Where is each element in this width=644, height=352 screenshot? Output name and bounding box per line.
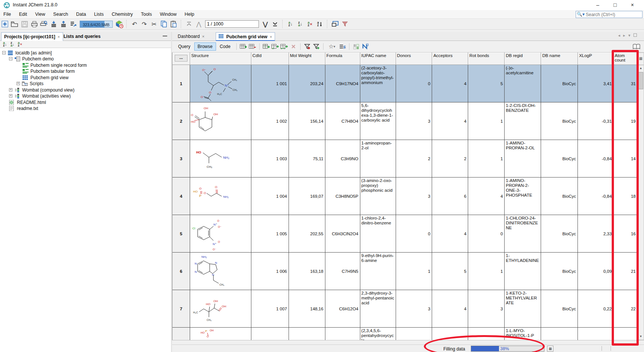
add-row-icon[interactable] xyxy=(239,43,248,50)
column-header-donors[interactable]: Donors xyxy=(396,53,432,65)
tree-item-pubchem-grid-view[interactable]: Pubchem grid view xyxy=(23,74,68,81)
remove-field-icon[interactable] xyxy=(289,43,298,50)
table-row[interactable]: 3 HO NH₂ CH₃ 1 003 75,11 C3H9NO 1-aminop… xyxy=(172,140,638,178)
cell-db-regid[interactable]: 1-L-MYO-INOSITOL-1-P xyxy=(505,328,541,340)
copy-icon[interactable] xyxy=(159,20,169,29)
sort-custom-icon[interactable]: az xyxy=(315,20,325,29)
cell-mol-weight[interactable]: 156,14 xyxy=(289,102,325,140)
cell-formula[interactable]: C6H12O4 xyxy=(325,290,360,328)
cell-mol-weight[interactable]: 163,18 xyxy=(289,253,325,290)
cell-atom-count[interactable]: 16 xyxy=(614,215,638,253)
menu-lists[interactable]: Lists xyxy=(91,10,107,17)
cut-icon[interactable]: ✂ xyxy=(149,20,159,29)
add-calculated-field-icon[interactable]: ct xyxy=(271,43,280,50)
cell-xlogp[interactable]: 3,41 xyxy=(578,65,614,102)
tab-dashboard[interactable]: Dashboard× xyxy=(175,32,207,41)
cell-atom-count[interactable]: 22 xyxy=(614,290,638,328)
cell-acceptors[interactable] xyxy=(432,328,468,340)
scroll-down-icon[interactable]: ▼ xyxy=(638,334,644,340)
cell-xlogp[interactable]: -0,84 xyxy=(578,178,614,215)
collapse-icon[interactable]: − xyxy=(2,51,6,54)
tree-item-wombat-activities-view[interactable]: + Wombat (activities view) xyxy=(9,93,71,99)
row-number[interactable]: 5 xyxy=(172,215,190,253)
cell-acceptors[interactable]: 5 xyxy=(432,253,468,290)
cell-rot-bonds[interactable]: 0 xyxy=(468,215,505,253)
cell-xlogp[interactable]: -0,84 xyxy=(578,140,614,178)
cell-donors[interactable] xyxy=(396,328,432,340)
cell-db-name[interactable]: BioCyc xyxy=(541,178,578,215)
cell-xlogp[interactable]: 0,09 xyxy=(578,253,614,290)
cell-rot-bonds[interactable]: 3 xyxy=(468,290,505,328)
cell-iupac[interactable]: (3-amino-2-oxo-propoxy) phosphonic acid xyxy=(360,178,396,215)
maximize-button[interactable]: □ xyxy=(606,0,624,10)
menu-file[interactable]: File xyxy=(0,10,14,17)
cell-formula[interactable]: C7H8O4 xyxy=(325,102,360,140)
cell-formula[interactable] xyxy=(325,328,360,340)
cell-rot-bonds[interactable]: 1 xyxy=(468,102,505,140)
menu-chemistry[interactable]: Chemistry xyxy=(108,10,136,17)
tree-item-scripts[interactable]: + ↻ Scripts xyxy=(17,80,44,87)
nav-right-icon[interactable]: ▸ xyxy=(623,33,626,38)
cell-db-name[interactable]: BioCyc xyxy=(541,253,578,290)
cell-mol-weight[interactable] xyxy=(289,328,325,340)
cell-cdid[interactable]: 1 006 xyxy=(251,253,289,290)
cell-donors[interactable]: 3 xyxy=(396,178,432,215)
tab-pubchem-grid-view[interactable]: Pubchem grid view× xyxy=(216,32,275,41)
cell-donors[interactable]: 3 xyxy=(396,102,432,140)
structure-depiction[interactable]: O⁻O N⁺ CH₃CH₃H₃C O O xyxy=(190,65,251,102)
column-header-db-regid[interactable]: DB regid xyxy=(505,53,541,65)
export-icon[interactable] xyxy=(59,20,68,29)
cell-formula[interactable]: C7H9N5 xyxy=(325,253,360,290)
sort-clear-icon[interactable]: az× xyxy=(16,40,24,49)
print-icon[interactable] xyxy=(29,20,39,29)
cell-mol-weight[interactable]: 169,07 xyxy=(289,178,325,215)
code-button[interactable]: Code xyxy=(217,43,234,50)
table-row[interactable]: 1 O⁻O N⁺ CH₃CH₃H₃C O O 1 001 203,24 C9H1… xyxy=(172,65,638,102)
cell-iupac[interactable]: 1-chloro-2,4-dinitro-benzene xyxy=(360,215,396,253)
scroll-up-icon[interactable]: ▲ xyxy=(638,65,644,71)
cell-rot-bonds[interactable]: 1 xyxy=(468,253,505,290)
cell-db-regid[interactable]: 1-CHLORO-24-DINITROBENZENE xyxy=(505,215,541,253)
table-row[interactable]: POH HOO (2,3,4,5,6-pentahydroxycyclo 1-L… xyxy=(172,328,638,340)
row-number[interactable]: 6 xyxy=(172,253,190,290)
browse-button[interactable]: Browse xyxy=(194,42,216,51)
row-number[interactable] xyxy=(172,328,190,340)
cell-donors[interactable]: 2 xyxy=(396,140,432,178)
cell-mol-weight[interactable]: 148,16 xyxy=(289,290,325,328)
nav-down-icon[interactable]: ▾ xyxy=(628,33,630,38)
close-icon[interactable]: × xyxy=(57,35,60,39)
cell-db-regid[interactable]: 1-KETO-2-METHYLVALERATE xyxy=(505,290,541,328)
cell-formula[interactable]: C9H17NO4 xyxy=(325,65,360,102)
sort-ascending-icon[interactable]: az↓ xyxy=(286,20,295,29)
cell-formula[interactable]: C3H9NO xyxy=(325,140,360,178)
cell-cdid[interactable]: 1 002 xyxy=(251,102,289,140)
close-button[interactable]: × xyxy=(624,0,641,10)
collapse-icon[interactable]: − xyxy=(9,57,12,60)
add-ab-field-icon[interactable]: a+b xyxy=(280,43,289,50)
menu-data[interactable]: Data xyxy=(73,10,89,17)
cell-acceptors[interactable]: 4 xyxy=(432,102,468,140)
cell-formula[interactable]: C3H8NO5P xyxy=(325,178,360,215)
cell-donors[interactable]: 0 xyxy=(396,65,432,102)
first-record-icon[interactable] xyxy=(184,20,194,29)
menu-help[interactable]: Help xyxy=(181,10,198,17)
redo-icon[interactable]: ↷ xyxy=(139,20,149,29)
vertical-scrollbar[interactable]: ▲ ▼ xyxy=(638,65,644,340)
cell-iupac[interactable]: 9-ethyl-9H-purin-6-amine xyxy=(360,253,396,290)
menu-tools[interactable]: Tools xyxy=(138,10,155,17)
delete-row-icon[interactable] xyxy=(248,43,257,50)
cell-formula[interactable]: C6H3ClN2O4 xyxy=(325,215,360,253)
tab-lists-and-queries[interactable]: Lists and queries xyxy=(61,32,103,41)
cell-rot-bonds[interactable]: 4 xyxy=(468,178,505,215)
column-header-atom-count[interactable]: Atom count xyxy=(614,53,638,65)
import-icon[interactable] xyxy=(49,20,59,29)
table-row[interactable]: 5 Cl N⁺OO⁻ N⁺OO⁻ 1 005 202,55 C6H3ClN2O4… xyxy=(172,215,638,253)
cell-donors[interactable]: 1 xyxy=(396,253,432,290)
cell-db-name[interactable] xyxy=(541,328,578,340)
horizontal-scroll-strip[interactable] xyxy=(172,340,644,344)
cell-iupac[interactable]: 1-aminopropan-2-ol xyxy=(360,140,396,178)
share-export-icon[interactable] xyxy=(68,20,78,29)
column-header-cdid[interactable]: CdId xyxy=(251,53,289,65)
cell-rot-bonds[interactable]: 1 xyxy=(468,140,505,178)
cell-donors[interactable]: 0 xyxy=(396,215,432,253)
